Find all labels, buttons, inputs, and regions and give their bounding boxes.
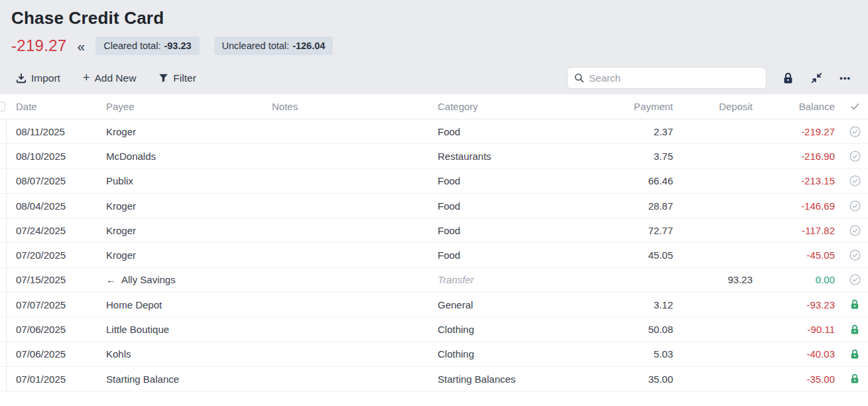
- account-balance[interactable]: -219.27: [11, 36, 67, 55]
- cell-status[interactable]: [841, 225, 868, 236]
- cleared-total-label: Cleared total:: [103, 40, 160, 51]
- table-row[interactable]: 07/24/2025 ←Kroger Food 72.77 -117.82: [0, 218, 868, 243]
- cell-payment[interactable]: 66.46: [574, 175, 673, 186]
- cell-balance: -213.15: [753, 175, 841, 186]
- cell-payee[interactable]: ←Ally Savings: [97, 274, 263, 285]
- page-title: Chase Credit Card: [0, 5, 868, 29]
- cell-status[interactable]: [841, 349, 868, 360]
- cell-payment[interactable]: 3.75: [574, 151, 673, 162]
- cleared-circle-icon[interactable]: [849, 151, 861, 162]
- cell-date[interactable]: 08/10/2025: [7, 151, 97, 162]
- cell-payment[interactable]: 2.37: [574, 126, 673, 137]
- reconciled-lock-icon[interactable]: [850, 324, 859, 335]
- cell-deposit[interactable]: 93.23: [673, 274, 753, 285]
- cleared-circle-icon[interactable]: [849, 126, 861, 137]
- reconciled-lock-icon[interactable]: [850, 299, 859, 310]
- cell-category[interactable]: Food: [428, 249, 574, 261]
- select-all-checkbox[interactable]: [0, 102, 5, 111]
- search-input[interactable]: [589, 72, 759, 84]
- cell-date[interactable]: 08/07/2025: [7, 175, 97, 186]
- column-header-deposit: Deposit: [673, 101, 753, 112]
- cleared-circle-icon[interactable]: [849, 249, 861, 261]
- column-header-payment: Payment: [574, 101, 673, 112]
- row-select-gutter: [0, 367, 7, 391]
- cell-category[interactable]: Food: [428, 126, 574, 137]
- cell-category[interactable]: Clothing: [428, 324, 574, 335]
- cell-date[interactable]: 07/01/2025: [7, 373, 97, 385]
- cell-payee[interactable]: ←Kroger: [97, 225, 263, 236]
- cell-balance: -219.27: [753, 126, 841, 137]
- cell-payment[interactable]: 45.05: [574, 249, 673, 261]
- cell-status[interactable]: [841, 151, 868, 162]
- row-select-gutter: [0, 293, 7, 316]
- cell-status[interactable]: [841, 299, 868, 310]
- cell-payee[interactable]: ←Kroger: [97, 249, 263, 261]
- cell-category[interactable]: Food: [428, 225, 574, 236]
- cell-payment[interactable]: 3.12: [574, 299, 673, 310]
- cell-status[interactable]: [841, 274, 868, 285]
- cleared-circle-icon[interactable]: [849, 200, 861, 212]
- cell-payee[interactable]: ←Kroger: [97, 200, 263, 212]
- cell-category[interactable]: Transfer: [428, 274, 574, 285]
- import-button[interactable]: Import: [16, 72, 60, 84]
- table-header-row: Date Payee Notes Category Payment Deposi…: [0, 94, 868, 119]
- cell-payee[interactable]: ←McDonalds: [97, 151, 263, 162]
- lock-button[interactable]: [781, 71, 795, 86]
- cleared-circle-icon[interactable]: [849, 274, 861, 285]
- cell-date[interactable]: 07/06/2025: [7, 324, 97, 335]
- reconciled-lock-icon[interactable]: [850, 373, 859, 384]
- row-select-gutter: [0, 119, 7, 143]
- cell-payee[interactable]: ←Little Boutique: [97, 324, 263, 335]
- cell-category[interactable]: Clothing: [428, 348, 574, 360]
- cell-payment[interactable]: 72.77: [574, 225, 673, 236]
- cell-status[interactable]: [841, 373, 868, 384]
- cell-date[interactable]: 07/24/2025: [7, 225, 97, 236]
- shrink-view-button[interactable]: [810, 71, 824, 85]
- table-row[interactable]: 08/07/2025 ←Publix Food 66.46 -213.15: [0, 169, 868, 194]
- collapse-balances-button[interactable]: «: [76, 38, 87, 54]
- cell-payment[interactable]: 28.87: [574, 200, 673, 212]
- cell-payee[interactable]: ←Kroger: [97, 126, 263, 137]
- table-row[interactable]: 07/07/2025 ←Home Depot General 3.12 -93.…: [0, 293, 868, 317]
- cell-status[interactable]: [841, 126, 868, 137]
- import-download-icon: [16, 73, 27, 84]
- filter-button[interactable]: Filter: [158, 72, 196, 84]
- cell-date[interactable]: 07/20/2025: [7, 249, 97, 261]
- cell-status[interactable]: [841, 200, 868, 212]
- table-row[interactable]: 07/20/2025 ←Kroger Food 45.05 -45.05: [0, 243, 868, 267]
- cell-payment[interactable]: 50.08: [574, 324, 673, 335]
- cell-payee[interactable]: ←Home Depot: [97, 299, 263, 310]
- cell-date[interactable]: 08/11/2025: [7, 126, 97, 137]
- cell-date[interactable]: 07/06/2025: [7, 348, 97, 360]
- table-row[interactable]: 08/10/2025 ←McDonalds Restaurants 3.75 -…: [0, 144, 868, 169]
- table-row[interactable]: 07/06/2025 ←Kohls Clothing 5.03 -40.03: [0, 342, 868, 367]
- cell-category[interactable]: General: [428, 299, 574, 310]
- cell-payee[interactable]: ←Publix: [97, 175, 263, 186]
- table-row[interactable]: 08/11/2025 ←Kroger Food 2.37 -219.27: [0, 119, 868, 144]
- table-row[interactable]: 07/01/2025 ←Starting Balance Starting Ba…: [0, 367, 868, 391]
- cell-payee[interactable]: ←Starting Balance: [97, 373, 263, 385]
- cell-status[interactable]: [841, 175, 868, 186]
- cell-category[interactable]: Food: [428, 200, 574, 212]
- table-row[interactable]: 07/06/2025 ←Little Boutique Clothing 50.…: [0, 317, 868, 342]
- cell-payment[interactable]: 5.03: [574, 348, 673, 360]
- table-row[interactable]: 07/15/2025 ←Ally Savings Transfer 93.23 …: [0, 268, 868, 293]
- cell-date[interactable]: 08/04/2025: [7, 200, 97, 212]
- reconciled-lock-icon[interactable]: [850, 349, 859, 360]
- cell-payment[interactable]: 35.00: [574, 373, 673, 385]
- cell-category[interactable]: Food: [428, 175, 574, 186]
- cell-date[interactable]: 07/15/2025: [7, 274, 97, 285]
- table-row[interactable]: 08/04/2025 ←Kroger Food 28.87 -146.69: [0, 194, 868, 218]
- cell-status[interactable]: [841, 249, 868, 261]
- cell-date[interactable]: 07/07/2025: [7, 299, 97, 310]
- add-new-button[interactable]: + Add New: [83, 71, 136, 85]
- cleared-circle-icon[interactable]: [849, 225, 861, 236]
- search-box[interactable]: [567, 67, 767, 89]
- cell-category[interactable]: Restaurants: [428, 151, 574, 162]
- select-all-cell[interactable]: [0, 94, 7, 119]
- cell-payee[interactable]: ←Kohls: [97, 348, 263, 360]
- cleared-circle-icon[interactable]: [849, 175, 861, 186]
- cell-category[interactable]: Starting Balances: [428, 373, 574, 385]
- cell-status[interactable]: [841, 324, 868, 335]
- account-menu-button[interactable]: •••: [838, 72, 852, 84]
